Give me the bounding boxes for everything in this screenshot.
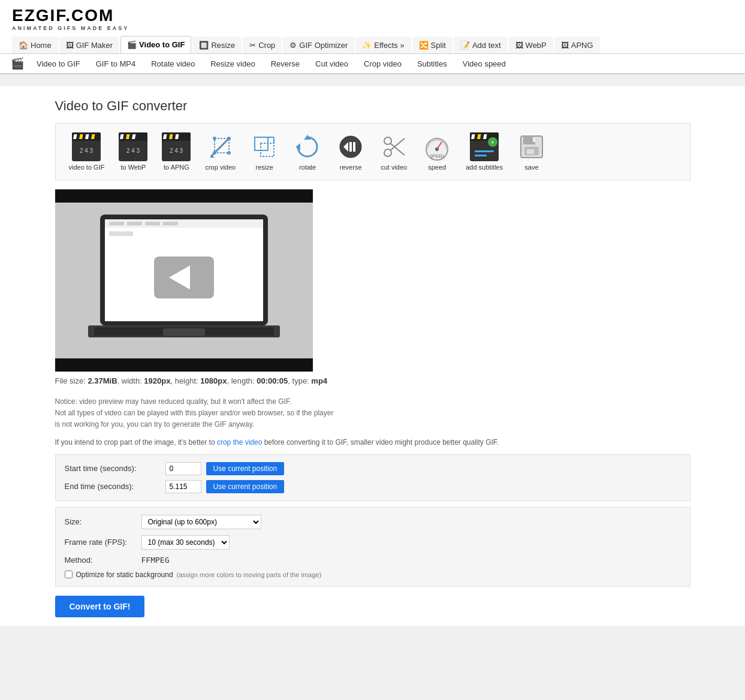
- crop-video-link[interactable]: crop the video: [217, 438, 262, 446]
- end-use-position-button[interactable]: Use current position: [206, 480, 285, 493]
- sub-nav: 🎬 Video to GIF GIF to MP4 Rotate video R…: [0, 54, 745, 73]
- laptop-svg: [76, 209, 292, 352]
- svg-rect-57: [527, 149, 534, 154]
- svg-point-23: [213, 137, 216, 140]
- tool-speed-label: speed: [428, 164, 446, 171]
- subnav-cut-video[interactable]: Cut video: [307, 55, 356, 73]
- file-length: 00:00:05: [257, 376, 288, 385]
- video-frame: [55, 203, 313, 358]
- file-type-label: , type:: [288, 376, 311, 385]
- optimize-label[interactable]: Optimize for static background: [76, 571, 173, 579]
- nav-video-to-gif[interactable]: 🎬 Video to GIF: [120, 36, 191, 53]
- svg-text:2 4 3: 2 4 3: [80, 147, 93, 154]
- svg-text:+: +: [491, 139, 494, 146]
- crop-video-icon: [206, 132, 235, 161]
- start-use-position-button[interactable]: Use current position: [206, 462, 285, 475]
- tool-add-subtitles[interactable]: + add subtitles: [459, 129, 510, 174]
- subnav-gif-to-mp4[interactable]: GIF to MP4: [88, 55, 143, 73]
- nav-add-text[interactable]: 📝 Add text: [454, 37, 508, 53]
- optimize-desc: (assign more colors to moving parts of t…: [177, 571, 322, 578]
- svg-point-43: [435, 147, 439, 151]
- nav-split[interactable]: 🔀 Split: [412, 37, 453, 53]
- subnav-video-speed[interactable]: Video speed: [455, 55, 514, 73]
- tool-crop-video[interactable]: crop video: [198, 129, 243, 174]
- crop-notice: If you intend to crop part of the image,…: [55, 437, 690, 448]
- video-top-bar: [55, 189, 313, 203]
- tool-to-apng[interactable]: 2 4 3 to APNG: [155, 129, 198, 174]
- svg-rect-51: [475, 155, 487, 156]
- start-time-input[interactable]: [165, 462, 201, 475]
- fps-label: Frame rate (FPS):: [65, 538, 137, 547]
- reverse-icon: [336, 132, 365, 161]
- size-select[interactable]: Original (up to 600px)320px480px640pxCus…: [141, 515, 261, 529]
- method-row: Method: FFMPEG: [65, 556, 681, 565]
- svg-rect-58: [533, 137, 535, 142]
- tool-to-webp[interactable]: 2 4 3 to WebP: [111, 129, 155, 174]
- tool-reverse[interactable]: reverse: [329, 129, 372, 174]
- subnav-subtitles[interactable]: Subtitles: [409, 55, 455, 73]
- nav-effects[interactable]: ✨ Effects »: [355, 37, 411, 53]
- logo-sub: ANIMATED GIFS MADE EASY: [12, 25, 733, 31]
- nav-crop[interactable]: ✂ Crop: [243, 37, 282, 53]
- svg-point-26: [227, 151, 231, 155]
- nav-home[interactable]: 🏠 Home: [12, 37, 58, 53]
- crop-notice-text1: If you intend to crop part of the image,…: [55, 438, 217, 446]
- cut-video-icon: [379, 132, 408, 161]
- file-width: 1920px: [144, 376, 170, 385]
- file-info-prefix: File size:: [55, 376, 88, 385]
- nav-optimizer[interactable]: ⚙ GIF Optimizer: [283, 37, 354, 53]
- svg-text:2 4 3: 2 4 3: [170, 147, 183, 154]
- clap-apng-icon: 2 4 3: [162, 132, 191, 161]
- start-time-row: Start time (seconds): Use current positi…: [65, 462, 681, 475]
- save-icon: [517, 132, 546, 161]
- subtitles-icon: +: [470, 132, 499, 161]
- tool-video-to-gif[interactable]: 2 4 3 video to GIF: [62, 129, 112, 174]
- page-title: Video to GIF converter: [55, 86, 690, 123]
- tool-save-label: save: [524, 164, 538, 171]
- file-info: File size: 2.37MiB, width: 1920px, heigh…: [55, 372, 690, 390]
- tool-save[interactable]: save: [510, 129, 553, 174]
- tool-add-subtitles-label: add subtitles: [466, 164, 503, 171]
- svg-text:SPEED: SPEED: [430, 154, 444, 158]
- tool-reverse-label: reverse: [340, 164, 362, 171]
- method-label: Method:: [65, 556, 137, 565]
- subnav-rotate-video[interactable]: Rotate video: [143, 55, 203, 73]
- tool-to-apng-label: to APNG: [164, 164, 189, 171]
- svg-marker-21: [210, 155, 215, 158]
- svg-rect-35: [349, 142, 352, 152]
- notice-line2: Not all types of video can be played wit…: [55, 408, 690, 419]
- svg-rect-67: [109, 231, 133, 236]
- tool-speed[interactable]: SPEED speed: [415, 129, 459, 174]
- optimize-checkbox[interactable]: [65, 571, 73, 578]
- end-time-input[interactable]: [165, 480, 201, 493]
- clap-webp-icon: 2 4 3: [119, 132, 147, 161]
- main-nav: 🏠 Home 🖼 GIF Maker 🎬 Video to GIF 🔲 Resi…: [12, 36, 733, 53]
- nav-resize[interactable]: 🔲 Resize: [192, 37, 242, 53]
- svg-rect-66: [163, 222, 178, 225]
- subnav-video-to-gif[interactable]: Video to GIF: [29, 55, 88, 73]
- subnav-crop-video[interactable]: Crop video: [356, 55, 409, 73]
- file-width-label: , width:: [117, 376, 144, 385]
- tool-cut-video-label: cut video: [381, 164, 407, 171]
- file-height: 1080px: [200, 376, 227, 385]
- tool-icons-bar: 2 4 3 video to GIF 2 4 3 to WebP: [55, 123, 690, 180]
- timing-section: Start time (seconds): Use current positi…: [55, 454, 690, 501]
- nav-webp[interactable]: 🖼 WebP: [509, 37, 553, 53]
- file-height-label: , height:: [170, 376, 200, 385]
- resize-icon: [250, 132, 279, 161]
- tool-resize[interactable]: resize: [243, 129, 286, 174]
- end-time-row: End time (seconds): Use current position: [65, 480, 681, 493]
- tool-cut-video[interactable]: cut video: [372, 129, 415, 174]
- svg-rect-72: [163, 328, 205, 336]
- subnav-resize-video[interactable]: Resize video: [203, 55, 263, 73]
- convert-button[interactable]: Convert to GIF!: [55, 596, 145, 617]
- file-type: mp4: [311, 376, 327, 385]
- tool-crop-video-label: crop video: [205, 164, 236, 171]
- nav-gif-maker[interactable]: 🖼 GIF Maker: [59, 37, 119, 53]
- nav-apng[interactable]: 🖼 APNG: [554, 37, 600, 53]
- svg-point-24: [227, 137, 231, 140]
- tool-rotate[interactable]: rotate: [286, 129, 329, 174]
- fps-select[interactable]: 10 (max 30 seconds)15202530: [141, 535, 230, 550]
- svg-rect-63: [109, 222, 124, 225]
- subnav-reverse[interactable]: Reverse: [263, 55, 307, 73]
